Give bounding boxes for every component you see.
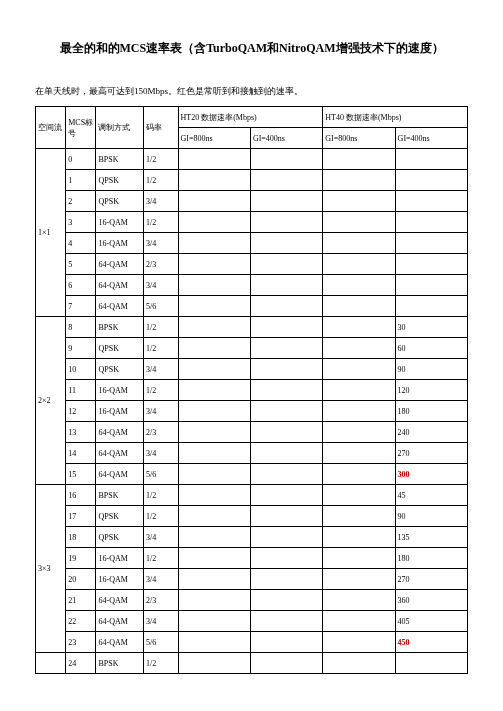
cell-d <box>395 653 467 674</box>
cell-mcs: 2 <box>66 191 96 212</box>
cell-mcs: 19 <box>66 548 96 569</box>
note-text: 在单天线时，最高可达到150Mbps。红色是常听到和接触到的速率。 <box>35 85 468 98</box>
cell-d <box>395 149 467 170</box>
cell-mod: 16-QAM <box>96 212 144 233</box>
cell-rate: 1/2 <box>143 338 178 359</box>
cell-mod: 16-QAM <box>96 401 144 422</box>
col-gi400-1: GI=400ns <box>250 128 322 149</box>
cell-stream: 3×3 <box>36 485 66 653</box>
cell-d: 180 <box>395 548 467 569</box>
table-row: 2×28BPSK1/230 <box>36 317 468 338</box>
table-row: 664-QAM3/4 <box>36 275 468 296</box>
cell-b <box>250 275 322 296</box>
cell-b <box>250 443 322 464</box>
cell-mcs: 21 <box>66 590 96 611</box>
cell-d: 270 <box>395 569 467 590</box>
col-ht20: HT20 数据速率(Mbps) <box>178 107 323 128</box>
cell-b <box>250 254 322 275</box>
cell-c <box>323 233 395 254</box>
cell-c <box>323 611 395 632</box>
cell-c <box>323 254 395 275</box>
cell-b <box>250 233 322 254</box>
cell-b <box>250 359 322 380</box>
cell-d: 60 <box>395 338 467 359</box>
col-gi400-2: GI=400ns <box>395 128 467 149</box>
cell-c <box>323 590 395 611</box>
cell-c <box>323 653 395 674</box>
cell-mcs: 22 <box>66 611 96 632</box>
cell-a <box>178 359 250 380</box>
table-row: 18QPSK3/4135 <box>36 527 468 548</box>
cell-b <box>250 464 322 485</box>
cell-mcs: 6 <box>66 275 96 296</box>
cell-rate: 2/3 <box>143 254 178 275</box>
cell-mcs: 17 <box>66 506 96 527</box>
table-row: 1564-QAM5/6300 <box>36 464 468 485</box>
cell-rate: 3/4 <box>143 191 178 212</box>
cell-mod: QPSK <box>96 506 144 527</box>
cell-mod: 64-QAM <box>96 464 144 485</box>
table-row: 1116-QAM1/2120 <box>36 380 468 401</box>
cell-rate: 3/4 <box>143 527 178 548</box>
cell-d: 90 <box>395 506 467 527</box>
cell-rate: 1/2 <box>143 149 178 170</box>
table-row: 764-QAM5/6 <box>36 296 468 317</box>
cell-mcs: 20 <box>66 569 96 590</box>
cell-rate: 3/4 <box>143 359 178 380</box>
cell-rate: 1/2 <box>143 485 178 506</box>
cell-b <box>250 653 322 674</box>
cell-a <box>178 569 250 590</box>
cell-mcs: 24 <box>66 653 96 674</box>
cell-rate: 3/4 <box>143 401 178 422</box>
table-row: 2016-QAM3/4270 <box>36 569 468 590</box>
cell-b <box>250 317 322 338</box>
cell-c <box>323 296 395 317</box>
cell-b <box>250 611 322 632</box>
cell-mod: 16-QAM <box>96 233 144 254</box>
cell-a <box>178 254 250 275</box>
cell-b <box>250 212 322 233</box>
cell-a <box>178 275 250 296</box>
cell-d: 240 <box>395 422 467 443</box>
table-row: 17QPSK1/290 <box>36 506 468 527</box>
cell-d: 270 <box>395 443 467 464</box>
cell-stream <box>36 653 66 674</box>
table-row: 564-QAM2/3 <box>36 254 468 275</box>
col-rate: 码率 <box>143 107 178 149</box>
cell-b <box>250 548 322 569</box>
cell-mod: BPSK <box>96 485 144 506</box>
cell-rate: 3/4 <box>143 275 178 296</box>
cell-c <box>323 149 395 170</box>
cell-d <box>395 212 467 233</box>
table-row: 316-QAM1/2 <box>36 212 468 233</box>
cell-c <box>323 527 395 548</box>
cell-rate: 3/4 <box>143 233 178 254</box>
cell-mcs: 3 <box>66 212 96 233</box>
cell-a <box>178 485 250 506</box>
cell-stream: 1×1 <box>36 149 66 317</box>
cell-a <box>178 527 250 548</box>
cell-b <box>250 149 322 170</box>
cell-c <box>323 212 395 233</box>
cell-mod: BPSK <box>96 317 144 338</box>
cell-mcs: 0 <box>66 149 96 170</box>
cell-b <box>250 338 322 359</box>
cell-b <box>250 296 322 317</box>
cell-c <box>323 485 395 506</box>
cell-mod: 64-QAM <box>96 275 144 296</box>
cell-c <box>323 569 395 590</box>
cell-d <box>395 275 467 296</box>
cell-d: 45 <box>395 485 467 506</box>
cell-mod: BPSK <box>96 149 144 170</box>
table-row: 416-QAM3/4 <box>36 233 468 254</box>
cell-d <box>395 296 467 317</box>
cell-b <box>250 506 322 527</box>
cell-stream: 2×2 <box>36 317 66 485</box>
cell-d <box>395 170 467 191</box>
table-row: 2QPSK3/4 <box>36 191 468 212</box>
cell-mod: QPSK <box>96 170 144 191</box>
cell-rate: 1/2 <box>143 506 178 527</box>
cell-a <box>178 506 250 527</box>
cell-mcs: 8 <box>66 317 96 338</box>
cell-mcs: 9 <box>66 338 96 359</box>
